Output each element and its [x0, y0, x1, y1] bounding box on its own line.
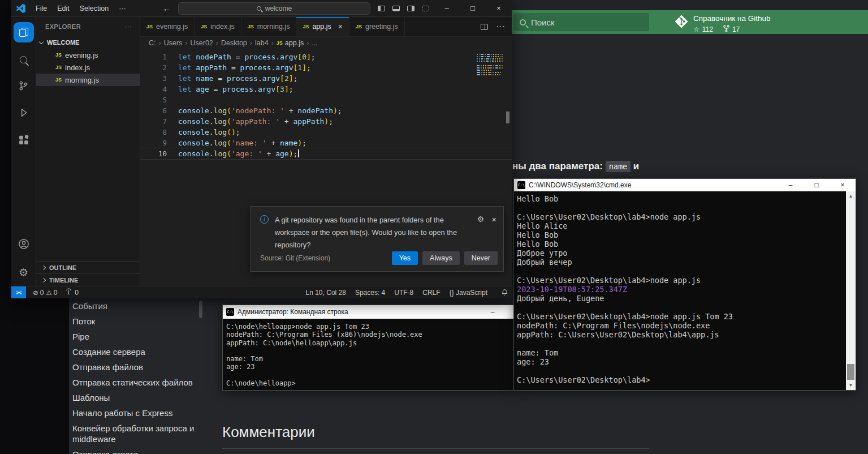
menu-link[interactable]: События	[72, 301, 204, 311]
status-spaces-4[interactable]: Spaces: 4	[351, 289, 390, 297]
editor-scrollbar-thumb[interactable]	[506, 112, 509, 123]
menu-link[interactable]: Отправка файлов	[72, 362, 204, 372]
breadcrumb-tail[interactable]: ...	[312, 39, 317, 47]
cmd-admin-titlebar[interactable]: Администратор: Командная строка – □ ×	[223, 305, 513, 319]
cmd-main-titlebar[interactable]: C:\WINDOWS\System32\cmd.exe – □ ×	[514, 179, 856, 191]
activity-run-debug[interactable]	[11, 100, 36, 127]
file-index.js[interactable]: JSindex.js	[36, 61, 140, 74]
breadcrumb-item[interactable]: User02	[191, 39, 213, 47]
editor-more-icon[interactable]: ···	[496, 22, 505, 32]
site-search-input[interactable]: Поиск	[513, 13, 649, 31]
always-button[interactable]: Always	[422, 251, 460, 265]
breadcrumb-item[interactable]: lab4	[255, 39, 269, 47]
outline-section[interactable]: OUTLINE	[36, 261, 140, 273]
code-line-4[interactable]: 4let age = process.argv[3];	[140, 84, 512, 95]
code-line-7[interactable]: 7console.log('appPath: ' + appPath);	[140, 116, 512, 127]
toggle-sidebar-icon[interactable]	[378, 6, 385, 11]
minimap[interactable]	[477, 54, 503, 75]
status-crlf[interactable]: CRLF	[418, 289, 444, 297]
menu-link[interactable]: Pipe	[72, 331, 204, 342]
problems-indicator[interactable]: ⊘ 0 ⚠ 0	[33, 289, 57, 297]
file-morning.js[interactable]: JSmorning.js	[36, 74, 140, 86]
tab-evening.js[interactable]: JSevening.js	[140, 17, 195, 36]
code-line-8[interactable]: 8console.log();	[140, 127, 512, 138]
menu-edit[interactable]: Edit	[52, 5, 75, 12]
menu-link[interactable]: Отправка ответа	[72, 449, 204, 454]
cmd-scrollbar[interactable]: ▲ ▼	[846, 191, 856, 390]
tab-bar-tabs: JSevening.jsJSindex.jsJSmorning.jsJSapp.…	[140, 17, 405, 36]
menu-file[interactable]: File	[31, 5, 52, 12]
menu-selection[interactable]: Selection	[75, 5, 114, 12]
close-button[interactable]: ×	[486, 0, 512, 16]
js-file-icon: JS	[55, 52, 62, 58]
close-icon[interactable]: ×	[338, 22, 343, 31]
close-icon[interactable]: ×	[491, 215, 496, 224]
explorer-section-welcome[interactable]: WELCOME	[36, 36, 140, 49]
yes-button[interactable]: Yes	[392, 251, 418, 265]
breadcrumb-item[interactable]: Desktop	[221, 39, 247, 47]
activity-source-control[interactable]	[11, 73, 36, 100]
menu-link[interactable]: Создание сервера	[72, 346, 204, 357]
code-line-10[interactable]: 10console.log('age: ' + age);	[140, 148, 512, 159]
close-button[interactable]: ×	[830, 179, 856, 191]
minimize-button[interactable]: –	[480, 305, 506, 319]
scrollbar-thumb[interactable]	[847, 364, 854, 380]
git-notification-toast: i A git repository was found in the pare…	[251, 206, 504, 272]
tab-app.js[interactable]: JSapp.js×	[296, 17, 349, 36]
menu-link[interactable]: Поток	[72, 316, 204, 327]
tab-greeting.js[interactable]: JSgreeting.js	[349, 17, 405, 36]
minimize-button[interactable]: –	[434, 0, 460, 16]
split-editor-icon[interactable]	[481, 24, 488, 30]
activity-search[interactable]	[11, 46, 36, 73]
status-utf-8[interactable]: UTF-8	[390, 289, 418, 297]
code-line-3[interactable]: 3let name = process.argv[2];	[140, 73, 512, 84]
github-link[interactable]: Справочник на Github ☆ 112 17	[675, 12, 770, 34]
notification-settings-icon[interactable]: ⚙	[477, 215, 485, 224]
maximize-button[interactable]: □	[460, 0, 486, 16]
tab-index.js[interactable]: JSindex.js	[195, 17, 241, 36]
vscode-titlebar[interactable]: FileEditSelection ··· ← → welcome – □ ×	[11, 0, 512, 17]
toggle-secondary-sidebar-icon[interactable]	[407, 6, 414, 11]
menu-link[interactable]: Отправка статических файлов	[72, 377, 204, 388]
file-evening.js[interactable]: JSevening.js	[36, 49, 140, 61]
menu-more[interactable]: ···	[114, 5, 131, 12]
breadcrumb-item[interactable]: Users	[164, 39, 183, 47]
code-line-9[interactable]: 9console.log('name: ' + name);	[140, 138, 512, 148]
site-menu-scrollbar[interactable]	[199, 301, 202, 318]
maximize-button[interactable]: □	[804, 179, 830, 191]
breadcrumb-item[interactable]: C:	[149, 39, 156, 47]
cmd-admin-content[interactable]: C:\node\helloapp>node app.js Tom 23nodeP…	[223, 319, 513, 390]
explorer-more-icon[interactable]: ···	[125, 23, 132, 30]
menu-link[interactable]: Конвейер обработки запроса и middleware	[72, 423, 204, 444]
timeline-section[interactable]: TIMELINE	[36, 273, 140, 286]
ports-indicator[interactable]: 0	[65, 288, 79, 297]
maximize-button[interactable]: □	[506, 305, 514, 319]
menu-link[interactable]: Начало работы с Express	[72, 408, 204, 418]
chevron-right-icon	[41, 277, 46, 282]
activity-explorer[interactable]	[11, 19, 36, 46]
never-button[interactable]: Never	[464, 251, 498, 265]
remote-indicator[interactable]: ><	[11, 286, 26, 298]
activity-settings[interactable]: ⚙	[11, 259, 36, 286]
toggle-panel-icon[interactable]	[392, 6, 400, 11]
activity-extensions[interactable]	[11, 127, 36, 155]
cmd-main-content[interactable]: Hello Bob C:\Users\User02\Desktop\lab4>n…	[514, 191, 846, 390]
tab-morning.js[interactable]: JSmorning.js	[241, 17, 297, 36]
scroll-up-icon[interactable]: ▲	[846, 194, 856, 199]
customize-layout-icon[interactable]	[422, 6, 429, 11]
menu-link[interactable]: Шаблоны	[72, 392, 204, 403]
code-line-1[interactable]: 1let nodePath = process.argv[0];	[140, 52, 512, 62]
nav-back-icon[interactable]: ←	[163, 4, 171, 13]
scroll-down-icon[interactable]: ▼	[846, 383, 856, 388]
activity-accounts[interactable]	[11, 232, 36, 259]
status-javascript[interactable]: {} JavaScript	[445, 289, 492, 297]
notifications-bell-icon[interactable]	[496, 289, 512, 296]
status-ln-10-col-28[interactable]: Ln 10, Col 28	[301, 289, 351, 297]
breadcrumb-file[interactable]: JSapp.js	[277, 39, 304, 47]
code-line-6[interactable]: 6console.log('nodePath: ' + nodePath);	[140, 105, 512, 116]
minimize-button[interactable]: –	[778, 179, 804, 191]
code-line-2[interactable]: 2let appPath = process.argv[1];	[140, 62, 512, 73]
terminal-line	[517, 267, 843, 276]
code-line-5[interactable]: 5	[140, 95, 512, 105]
command-center-search[interactable]: welcome	[178, 2, 370, 15]
